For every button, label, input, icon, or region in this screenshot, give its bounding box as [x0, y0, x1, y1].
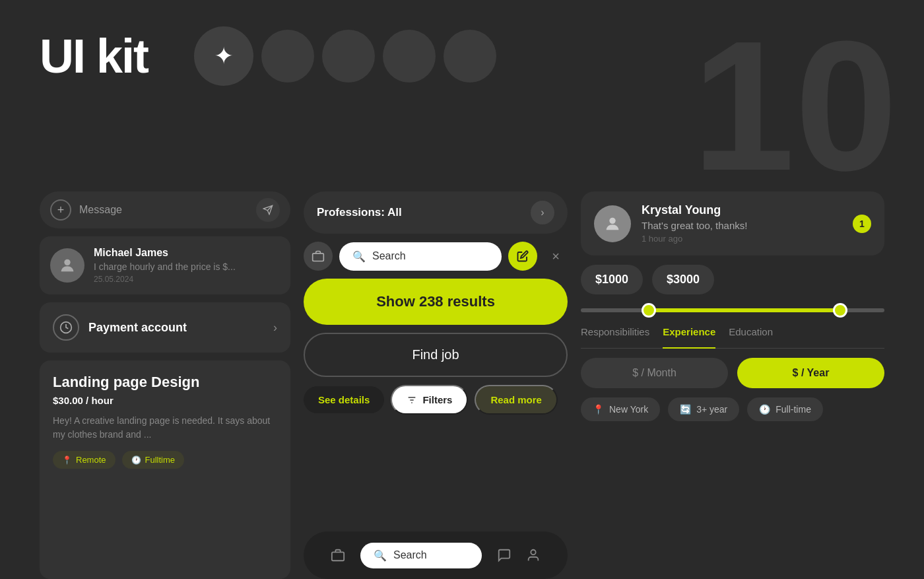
filter-type[interactable]: 🕐 Full-time: [747, 397, 823, 421]
job-tags: 📍 Remote 🕐 Fulltime: [53, 451, 277, 469]
nav-search-input[interactable]: 🔍 Search: [360, 543, 482, 568]
job-card: Landing page Design $30.00 / hour Hey! A…: [40, 360, 290, 579]
see-details-button[interactable]: See details: [304, 386, 384, 413]
filters-label: Filters: [422, 394, 452, 405]
payment-label: Payment account: [88, 321, 264, 335]
tag-fulltime-label: Fulltime: [145, 455, 176, 465]
filter-experience[interactable]: 🔄 3+ year: [668, 397, 739, 421]
clock-icon: 🕐: [131, 456, 141, 465]
left-panel: + Message Michael James I charge hourly …: [40, 191, 290, 579]
message-card: Krystal Young That's great too, thanks! …: [581, 191, 884, 255]
payment-account-row[interactable]: Payment account ›: [40, 302, 290, 353]
action-buttons-row: See details Filters Read more: [304, 385, 568, 415]
center-panel: Professions: All › 🔍 Search ×: [304, 191, 568, 579]
msg-text: That's great too, thanks!: [642, 220, 871, 231]
tab-responsibilities[interactable]: Responsibilities: [581, 326, 649, 343]
slider-thumb-left[interactable]: [642, 303, 656, 318]
edit-button[interactable]: [508, 242, 537, 271]
read-more-button[interactable]: Read more: [475, 385, 558, 415]
search-input-pill[interactable]: 🔍 Search: [339, 242, 502, 271]
filter-experience-label: 3+ year: [696, 404, 727, 415]
message-input-container: + Message: [40, 191, 290, 228]
payment-icon: [53, 314, 79, 341]
nav-user-icon[interactable]: [519, 541, 548, 570]
main-content: + Message Michael James I charge hourly …: [0, 191, 924, 579]
tag-remote-label: Remote: [76, 455, 106, 465]
salary-year-btn[interactable]: $ / Year: [737, 358, 884, 388]
slider-fill: [647, 308, 839, 312]
slider-track: [581, 308, 884, 312]
filter-tags-row: 📍 New York 🔄 3+ year 🕐 Full-time: [581, 397, 884, 421]
location-tag-icon: 📍: [593, 404, 604, 415]
bottom-nav: 🔍 Search: [304, 531, 568, 579]
circle-4: [444, 30, 496, 83]
chat-date: 25.05.2024: [94, 275, 280, 284]
chat-preview: I charge hourly and the price is $...: [94, 261, 280, 272]
message-badge: 1: [853, 215, 871, 233]
chevron-btn[interactable]: ›: [531, 201, 554, 224]
job-description: Hey! A creative landing page is needed. …: [53, 414, 277, 442]
nav-message-icon[interactable]: [490, 541, 519, 570]
app-title: UI kit: [40, 29, 148, 83]
background-number: 10: [692, 13, 898, 198]
chat-name: Michael James: [94, 247, 280, 259]
location-icon: 📍: [62, 456, 72, 465]
svg-point-9: [531, 550, 535, 555]
search-bar-row: 🔍 Search ×: [304, 242, 568, 271]
message-placeholder: Message: [79, 204, 248, 216]
star-icon: ✦: [214, 42, 234, 70]
tag-fulltime[interactable]: 🕐 Fulltime: [122, 451, 185, 469]
send-button[interactable]: [256, 198, 280, 222]
chat-item[interactable]: Michael James I charge hourly and the pr…: [40, 236, 290, 294]
filter-type-label: Full-time: [776, 404, 811, 415]
close-button[interactable]: ×: [544, 244, 568, 268]
search-label: Search: [372, 250, 406, 262]
svg-rect-4: [313, 254, 324, 261]
tabs-row: Responsibilities Experience Education: [581, 326, 884, 349]
msg-time: 1 hour ago: [642, 234, 871, 244]
header-decoration: ✦: [194, 26, 496, 86]
header-area: UI kit ✦: [40, 26, 496, 86]
chevron-right-icon: ›: [273, 321, 277, 335]
svg-point-2: [64, 259, 70, 265]
briefcase-button[interactable]: [304, 242, 333, 271]
price-min: $1000: [581, 265, 643, 294]
filter-location-label: New York: [609, 404, 648, 415]
circle-2: [322, 30, 375, 83]
msg-user-name: Krystal Young: [642, 203, 871, 217]
avatar: [50, 248, 84, 283]
circle-1: [261, 30, 314, 83]
tab-experience[interactable]: Experience: [663, 326, 715, 343]
price-max: $3000: [652, 265, 714, 294]
search-icon: 🔍: [352, 250, 366, 263]
find-job-button[interactable]: Find job: [304, 333, 568, 377]
salary-toggle-row: $ / Month $ / Year: [581, 358, 884, 388]
filters-button[interactable]: Filters: [391, 385, 468, 415]
circle-3: [383, 30, 436, 83]
nav-briefcase-icon[interactable]: [323, 541, 352, 570]
job-rate: $30.00 / hour: [53, 395, 277, 406]
slider-thumb-right[interactable]: [833, 303, 847, 318]
job-title: Landing page Design: [53, 374, 277, 391]
tab-education[interactable]: Education: [729, 326, 773, 343]
nav-search-icon: 🔍: [374, 549, 387, 562]
chat-info: Michael James I charge hourly and the pr…: [94, 247, 280, 284]
professions-label: Professions: All: [317, 206, 402, 219]
experience-tag-icon: 🔄: [680, 404, 691, 415]
show-results-button[interactable]: Show 238 results: [304, 279, 568, 325]
user-avatar: [594, 205, 631, 242]
svg-rect-8: [332, 552, 344, 561]
msg-info: Krystal Young That's great too, thanks! …: [642, 203, 871, 244]
tag-remote[interactable]: 📍 Remote: [53, 451, 116, 469]
salary-month-btn[interactable]: $ / Month: [581, 358, 728, 388]
price-range-row: $1000 $3000: [581, 265, 884, 294]
salary-slider[interactable]: [581, 304, 884, 317]
right-panel: Krystal Young That's great too, thanks! …: [581, 191, 884, 579]
type-tag-icon: 🕐: [759, 404, 770, 415]
svg-point-10: [609, 217, 615, 223]
star-circle: ✦: [194, 26, 253, 86]
professions-dropdown[interactable]: Professions: All ›: [304, 191, 568, 234]
filter-location[interactable]: 📍 New York: [581, 397, 660, 421]
add-button[interactable]: +: [50, 199, 71, 221]
nav-search-label: Search: [393, 549, 427, 561]
